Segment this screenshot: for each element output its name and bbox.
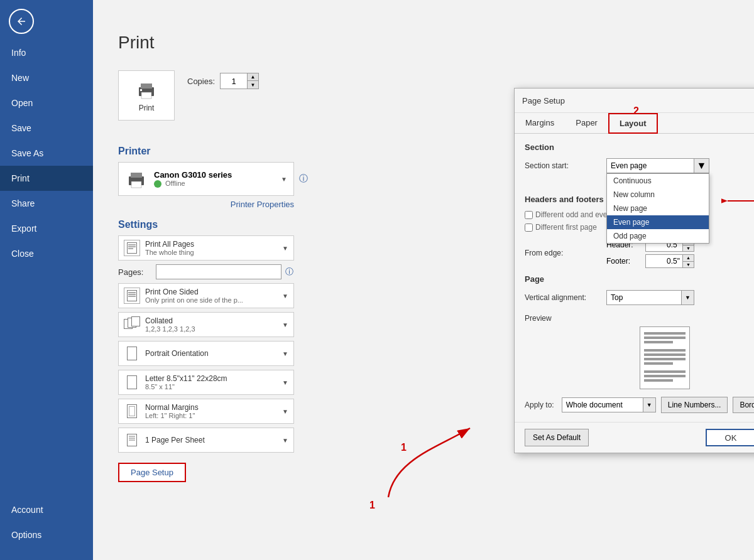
back-button[interactable] xyxy=(9,9,34,34)
dropdown-item-odd-page[interactable]: Odd page xyxy=(607,229,709,243)
dialog-body: Section Section start: Even page ▼ Conti… xyxy=(515,134,754,422)
normal-margins-text: Normal Margins Left: 1" Right: 1" xyxy=(145,403,282,419)
print-btn-label: Print xyxy=(139,104,155,112)
print-one-sided-text: Print One Sided Only print on one side o… xyxy=(145,288,282,304)
header-down-btn[interactable]: ▼ xyxy=(683,245,694,252)
borders-button[interactable]: Borders... xyxy=(733,397,754,413)
letter-size-icon xyxy=(124,374,140,390)
page-setup-dialog: Page Setup ? ✕ Margins Paper Layout Sect… xyxy=(514,88,754,453)
letter-size-dropdown[interactable]: Letter 8.5"x11" 22x28cm 8.5" x 11" ▼ xyxy=(118,370,294,395)
print-button[interactable]: Print xyxy=(118,70,175,121)
svg-rect-6 xyxy=(131,181,141,188)
sidebar-bottom: Account Options xyxy=(0,497,93,547)
printer-status: Offline xyxy=(154,180,281,188)
annotation-1: 1 xyxy=(401,442,407,453)
vertical-alignment-dropdown[interactable]: Top ▼ xyxy=(606,290,694,305)
sidebar-item-open[interactable]: Open xyxy=(0,90,93,116)
footer-spinner-btn: ▲ ▼ xyxy=(683,254,694,268)
dropdown-item-new-column[interactable]: New column xyxy=(607,188,709,202)
print-one-sided-dropdown[interactable]: Print One Sided Only print on one side o… xyxy=(118,283,294,308)
ok-button[interactable]: OK xyxy=(706,429,754,446)
copies-arrows: ▲ ▼ xyxy=(247,73,258,89)
print-one-sided-icon xyxy=(124,288,140,304)
printer-info-icon: ⓘ xyxy=(299,173,308,185)
footer-up-btn[interactable]: ▲ xyxy=(683,255,694,262)
svg-rect-5 xyxy=(131,173,142,178)
apply-to-dropdown[interactable]: Whole document ▼ xyxy=(562,397,656,412)
set-as-default-button[interactable]: Set As Default xyxy=(525,429,589,446)
section-start-row: Section start: Even page ▼ Continuous Ne… xyxy=(525,158,754,173)
page-setup-button[interactable]: Page Setup xyxy=(118,463,186,482)
diff-first-checkbox[interactable] xyxy=(525,223,533,232)
copies-down-arrow[interactable]: ▼ xyxy=(247,81,258,89)
diff-odd-even-checkbox[interactable] xyxy=(525,211,533,219)
dropdown-item-continuous[interactable]: Continuous xyxy=(607,174,709,188)
sidebar-item-share[interactable]: Share xyxy=(0,191,93,216)
pages-info-icon: ⓘ xyxy=(285,266,293,277)
svg-rect-1 xyxy=(141,83,152,89)
dropdown-item-new-page[interactable]: New page xyxy=(607,202,709,215)
print-all-pages-arrow: ▼ xyxy=(282,245,288,252)
sidebar-item-options[interactable]: Options xyxy=(0,522,93,547)
sidebar-item-account[interactable]: Account xyxy=(0,497,93,522)
section-start-value: Even page xyxy=(606,158,694,173)
pages-per-sheet-icon xyxy=(124,432,140,448)
sidebar-item-close[interactable]: Close xyxy=(0,241,93,266)
print-all-pages-dropdown[interactable]: Print All Pages The whole thing ▼ xyxy=(118,235,294,261)
footer-spinner[interactable]: ▲ ▼ xyxy=(645,254,694,268)
copies-spinbox[interactable]: ▲ ▼ xyxy=(220,73,259,89)
section-start-dropdown[interactable]: Even page ▼ Continuous New column New pa… xyxy=(606,158,709,173)
sidebar-item-save-as[interactable]: Save As xyxy=(0,141,93,166)
apply-to-row: Apply to: Whole document ▼ Line Numbers.… xyxy=(525,397,754,413)
sidebar-item-print[interactable]: Print xyxy=(0,166,93,191)
print-one-sided-arrow: ▼ xyxy=(282,293,288,299)
line-numbers-button[interactable]: Line Numbers... xyxy=(661,397,728,413)
normal-margins-icon xyxy=(124,403,140,419)
print-all-pages-text: Print All Pages The whole thing xyxy=(145,240,282,256)
dialog-footer: Set As Default OK Cancel xyxy=(515,422,754,453)
printer-name: Canon G3010 series xyxy=(154,170,281,180)
from-edge-label: From edge: xyxy=(525,249,606,257)
printer-selector[interactable]: Canon G3010 series Offline ▼ xyxy=(118,162,294,196)
annotation-2: 2 xyxy=(633,105,639,117)
pages-per-sheet-text: 1 Page Per Sheet xyxy=(145,436,282,444)
print-all-pages-icon xyxy=(124,240,140,256)
sidebar-item-info[interactable]: Info xyxy=(0,40,93,65)
apply-to-arrow[interactable]: ▼ xyxy=(643,397,656,412)
pages-label: Pages: xyxy=(118,267,151,277)
letter-size-arrow: ▼ xyxy=(282,379,288,386)
vertical-alignment-arrow[interactable]: ▼ xyxy=(682,290,694,305)
footer-value-input[interactable] xyxy=(645,254,683,268)
portrait-arrow: ▼ xyxy=(282,350,288,357)
collated-dropdown[interactable]: Collated 1,2,3 1,2,3 1,2,3 ▼ xyxy=(118,312,294,337)
pages-per-sheet-dropdown[interactable]: 1 Page Per Sheet ▼ xyxy=(118,428,294,453)
collated-arrow: ▼ xyxy=(282,321,288,328)
footer-down-btn[interactable]: ▼ xyxy=(683,262,694,268)
sidebar-item-export[interactable]: Export xyxy=(0,216,93,241)
dialog-section-label: Section xyxy=(525,143,754,152)
collated-icon xyxy=(124,316,140,333)
dialog-title: Page Setup xyxy=(522,96,565,105)
page-title: Print xyxy=(118,33,729,53)
svg-rect-2 xyxy=(141,92,151,99)
normal-margins-dropdown[interactable]: Normal Margins Left: 1" Right: 1" ▼ xyxy=(118,399,294,424)
tab-paper[interactable]: Paper xyxy=(565,113,608,134)
svg-rect-3 xyxy=(140,89,142,91)
section-start-arrow-btn[interactable]: ▼ xyxy=(694,158,709,173)
tab-margins[interactable]: Margins xyxy=(515,113,565,134)
copies-input[interactable] xyxy=(221,73,247,89)
portrait-dropdown[interactable]: Portrait Orientation ▼ xyxy=(118,341,294,366)
printer-properties-link[interactable]: Printer Properties xyxy=(118,200,294,209)
portrait-text: Portrait Orientation xyxy=(145,349,282,358)
dropdown-item-even-page[interactable]: Even page xyxy=(607,215,709,229)
printer-info: Canon G3010 series Offline xyxy=(154,170,281,188)
sidebar-item-new[interactable]: New xyxy=(0,65,93,90)
preview-lines xyxy=(640,327,689,389)
normal-margins-arrow: ▼ xyxy=(282,408,288,415)
section-start-label: Section start: xyxy=(525,161,606,170)
copies-up-arrow[interactable]: ▲ xyxy=(247,73,258,81)
footer-edge-label: Footer: xyxy=(606,257,642,266)
sidebar-item-save[interactable]: Save xyxy=(0,116,93,141)
pages-input[interactable] xyxy=(156,264,281,279)
vertical-alignment-value: Top xyxy=(606,290,682,305)
